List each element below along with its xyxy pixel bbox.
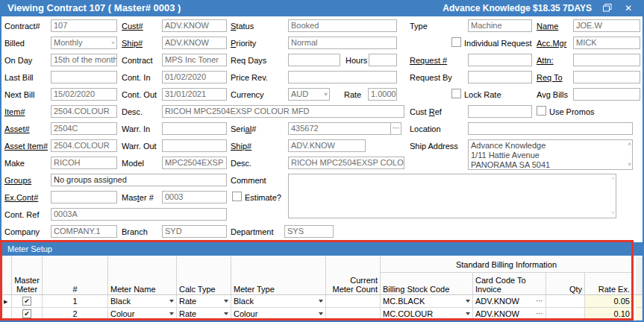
cell-current-meter-count[interactable]: [326, 308, 381, 321]
cell-card-code-to-invoice[interactable]: ADV.KNOW⋯: [473, 295, 546, 308]
cell-calc-type[interactable]: Rate: [177, 308, 231, 321]
cell-master-meter[interactable]: ✔: [12, 308, 43, 321]
dropdown-arrow-icon[interactable]: [466, 300, 470, 303]
lookup-ellipsis-icon[interactable]: ⋯: [536, 295, 543, 306]
dropdown-arrow-icon[interactable]: [224, 300, 228, 303]
cell-meter-type[interactable]: Colour: [231, 308, 326, 321]
cell-meter-type[interactable]: Black: [231, 295, 326, 308]
cell-current-meter-count[interactable]: [326, 295, 381, 308]
dropdown-arrow-icon[interactable]: [169, 300, 174, 303]
row-indicator-cell: ▶: [2, 295, 12, 308]
lookup-ellipsis-icon[interactable]: ⋯: [536, 308, 543, 319]
cell-billing-stock-code[interactable]: MC.BLACK: [381, 295, 473, 308]
cell-meter-name[interactable]: Black: [108, 295, 177, 308]
cell-qty[interactable]: [546, 308, 585, 321]
contract-window: Viewing Contract 107 ( Master# 0003 ) Ad…: [0, 0, 644, 322]
cell-num[interactable]: 1: [43, 295, 108, 308]
dropdown-arrow-icon[interactable]: [466, 312, 470, 315]
cell-clipped: [636, 295, 643, 308]
cell-qty[interactable]: [546, 295, 585, 308]
cell-calc-type[interactable]: Rate: [177, 295, 231, 308]
master-meter-checkbox[interactable]: ✔: [22, 297, 31, 306]
cell-clipped: [636, 308, 643, 321]
cell-rate-ex[interactable]: 0.05: [585, 295, 633, 308]
dropdown-arrow-icon[interactable]: [319, 312, 323, 315]
cell-meter-name[interactable]: Colour: [108, 308, 177, 321]
master-meter-checkbox[interactable]: ✔: [22, 309, 31, 318]
cell-rate-ex[interactable]: 0.10: [585, 308, 633, 321]
meter-grid-rows: ▶✔1BlackRateBlackMC.BLACKADV.KNOW⋯0.05✔2…: [0, 0, 644, 322]
dropdown-arrow-icon[interactable]: [319, 300, 323, 303]
row-indicator-cell: [2, 308, 12, 321]
cell-master-meter[interactable]: ✔: [12, 295, 43, 308]
cell-card-code-to-invoice[interactable]: ADV.KNOW⋯: [473, 308, 546, 321]
cell-num[interactable]: 2: [43, 308, 108, 321]
dropdown-arrow-icon[interactable]: [169, 312, 174, 315]
cell-billing-stock-code[interactable]: MC.COLOUR: [381, 308, 473, 321]
dropdown-arrow-icon[interactable]: [224, 312, 228, 315]
